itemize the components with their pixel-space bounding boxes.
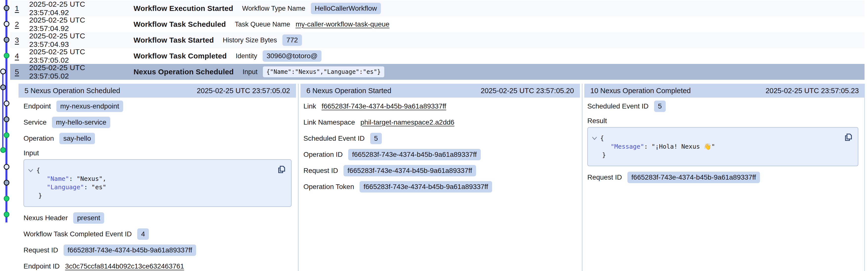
event-time: 2025-02-25 UTC 23:57:05.02 bbox=[29, 63, 124, 80]
field-label: Operation Token bbox=[303, 183, 354, 191]
operation-badge: say-hello bbox=[59, 133, 95, 144]
operation-id-badge: f665283f-743e-4374-b45b-9a61a89337ff bbox=[348, 149, 481, 160]
json-close-line: } bbox=[592, 151, 841, 159]
event-history-table: 1 2025-02-25 UTC 23:57:04.92 Workflow Ex… bbox=[10, 0, 865, 80]
input-section-label: Input bbox=[24, 149, 291, 157]
field-label: Nexus Header bbox=[24, 214, 68, 222]
event-id-link[interactable]: 4 bbox=[15, 52, 23, 60]
event-time: 2025-02-25 UTC 23:57:04.92 bbox=[29, 16, 124, 33]
field-label: Scheduled Event ID bbox=[587, 102, 649, 110]
timeline-dot-white bbox=[4, 21, 9, 27]
panel-nexus-operation-scheduled: 5 Nexus Operation Scheduled 2025-02-25 U… bbox=[19, 84, 298, 271]
endpoint-badge: my-nexus-endpoint bbox=[56, 101, 123, 112]
event-id-link[interactable]: 5 bbox=[15, 67, 23, 76]
timeline-dot-gray bbox=[4, 5, 9, 11]
input-payload-badge: {"Name":"Nexus","Language":"es"} bbox=[263, 66, 384, 77]
event-name: Workflow Execution Started bbox=[133, 4, 233, 12]
operation-token-badge: f665283f-743e-4374-b45b-9a61a89337ff bbox=[360, 181, 492, 192]
json-open-line: { bbox=[28, 166, 274, 174]
event-attr-label: Task Queue Name bbox=[235, 21, 290, 28]
panel-body: Endpoint my-nexus-endpoint Service my-he… bbox=[19, 98, 298, 271]
request-id-badge: f665283f-743e-4374-b45b-9a61a89337ff bbox=[343, 165, 476, 177]
timeline-dot-gray bbox=[4, 180, 9, 186]
event-row-3[interactable]: 3 2025-02-25 UTC 23:57:04.93 Workflow Ta… bbox=[10, 32, 865, 48]
panel-nexus-operation-completed: 10 Nexus Operation Completed 2025-02-25 … bbox=[582, 84, 865, 271]
field-endpoint: Endpoint my-nexus-endpoint bbox=[24, 98, 291, 114]
field-label: Endpoint ID bbox=[24, 262, 60, 270]
field-label: Request ID bbox=[24, 246, 58, 254]
panel-title: 5 Nexus Operation Scheduled bbox=[25, 87, 120, 95]
event-attr-label: Workflow Type Name bbox=[242, 5, 305, 12]
request-id-badge: f665283f-743e-4374-b45b-9a61a89337ff bbox=[627, 172, 760, 183]
event-time: 2025-02-25 UTC 23:57:04.93 bbox=[29, 32, 124, 49]
nexus-header-badge: present bbox=[73, 212, 104, 224]
timeline-dot-white bbox=[0, 69, 6, 74]
field-request-id: Request ID f665283f-743e-4374-b45b-9a61a… bbox=[303, 163, 576, 179]
event-name: Workflow Task Started bbox=[133, 36, 214, 44]
panel-header: 10 Nexus Operation Completed 2025-02-25 … bbox=[584, 84, 865, 98]
field-label: Workflow Task Completed Event ID bbox=[24, 230, 132, 238]
link-uuid-link[interactable]: f665283f-743e-4374-b45b-9a61a89337ff bbox=[321, 102, 446, 110]
copy-icon[interactable] bbox=[843, 133, 853, 142]
timeline-dot-gray bbox=[0, 84, 6, 90]
field-label: Request ID bbox=[587, 173, 622, 181]
json-open-line: { bbox=[592, 134, 841, 142]
timeline-dot-green bbox=[4, 53, 9, 58]
timeline-dot-green bbox=[4, 132, 9, 138]
field-label: Service bbox=[24, 118, 46, 126]
event-row-1[interactable]: 1 2025-02-25 UTC 23:57:04.92 Workflow Ex… bbox=[10, 0, 865, 16]
field-label: Link Namespace bbox=[303, 118, 355, 126]
input-json-viewer: { "Name": "Nexus", "Language": "es" } bbox=[24, 159, 291, 207]
link-namespace-link[interactable]: phil-target-namespace2.a2dd6 bbox=[361, 118, 455, 126]
field-link-namespace: Link Namespace phil-target-namespace2.a2… bbox=[303, 114, 576, 130]
field-label: Link bbox=[303, 102, 316, 110]
event-id-link[interactable]: 2 bbox=[15, 20, 23, 28]
service-badge: my-hello-service bbox=[52, 117, 110, 128]
endpoint-id-link[interactable]: 3c0c75ccfa8144b092c13ce632463761 bbox=[65, 262, 184, 270]
timeline-dot-white bbox=[4, 101, 9, 106]
identity-badge: 30960@totoro@ bbox=[262, 50, 321, 62]
field-operation-id: Operation ID f665283f-743e-4374-b45b-9a6… bbox=[303, 146, 576, 163]
event-attr-label: Identity bbox=[236, 52, 257, 60]
event-name: Workflow Task Completed bbox=[133, 52, 227, 60]
field-link: Link f665283f-743e-4374-b45b-9a61a89337f… bbox=[303, 98, 576, 114]
panel-timestamp: 2025-02-25 UTC 23:57:05.20 bbox=[481, 87, 574, 95]
scheduled-event-id-badge: 5 bbox=[370, 133, 382, 144]
panel-nexus-operation-started: 6 Nexus Operation Started 2025-02-25 UTC… bbox=[298, 84, 582, 271]
event-id-link[interactable]: 3 bbox=[15, 36, 23, 44]
timeline-dot-green bbox=[4, 212, 9, 217]
event-row-2[interactable]: 2 2025-02-25 UTC 23:57:04.92 Workflow Ta… bbox=[10, 16, 865, 32]
copy-icon[interactable] bbox=[277, 165, 286, 174]
field-operation: Operation say-hello bbox=[24, 130, 291, 146]
event-time: 2025-02-25 UTC 23:57:04.92 bbox=[29, 0, 124, 17]
json-entry: "Message": "¡Hola! Nexus 👋" bbox=[592, 142, 841, 151]
json-close-line: } bbox=[28, 191, 274, 200]
field-workflow-task-completed-event-id: Workflow Task Completed Event ID 4 bbox=[24, 226, 291, 242]
timeline-dot-green bbox=[0, 147, 6, 153]
nexus-operation-group-panels: 5 Nexus Operation Scheduled 2025-02-25 U… bbox=[19, 84, 865, 271]
field-request-id: Request ID f665283f-743e-4374-b45b-9a61a… bbox=[24, 242, 291, 258]
chevron-down-icon[interactable] bbox=[592, 134, 600, 142]
timeline-dot-white bbox=[4, 164, 9, 170]
field-operation-token: Operation Token f665283f-743e-4374-b45b-… bbox=[303, 179, 576, 195]
panel-title: 10 Nexus Operation Completed bbox=[590, 87, 691, 95]
event-row-5-selected[interactable]: 5 2025-02-25 UTC 23:57:05.02 Nexus Opera… bbox=[10, 64, 865, 80]
event-row-4[interactable]: 4 2025-02-25 UTC 23:57:05.02 Workflow Ta… bbox=[10, 48, 865, 64]
event-id-link[interactable]: 1 bbox=[15, 4, 23, 12]
field-request-id: Request ID f665283f-743e-4374-b45b-9a61a… bbox=[587, 169, 858, 185]
task-queue-link[interactable]: my-caller-workflow-task-queue bbox=[296, 20, 390, 28]
event-name: Workflow Task Scheduled bbox=[133, 20, 226, 28]
panel-header: 5 Nexus Operation Scheduled 2025-02-25 U… bbox=[19, 84, 296, 98]
result-section-label: Result bbox=[587, 117, 858, 125]
event-id-badge: 4 bbox=[137, 228, 149, 240]
field-endpoint-id: Endpoint ID 3c0c75ccfa8144b092c13ce63246… bbox=[24, 258, 291, 271]
field-label: Operation ID bbox=[303, 151, 343, 159]
event-time: 2025-02-25 UTC 23:57:05.02 bbox=[29, 48, 124, 64]
scheduled-event-id-badge: 5 bbox=[654, 101, 666, 112]
chevron-down-icon[interactable] bbox=[28, 166, 36, 174]
timeline-dot-gray bbox=[4, 116, 9, 122]
panel-body: Link f665283f-743e-4374-b45b-9a61a89337f… bbox=[299, 98, 582, 195]
panel-title: 6 Nexus Operation Started bbox=[306, 87, 391, 95]
panel-body: Scheduled Event ID 5 Result { "Message":… bbox=[582, 98, 865, 185]
result-json-viewer: { "Message": "¡Hola! Nexus 👋" } bbox=[587, 127, 858, 166]
